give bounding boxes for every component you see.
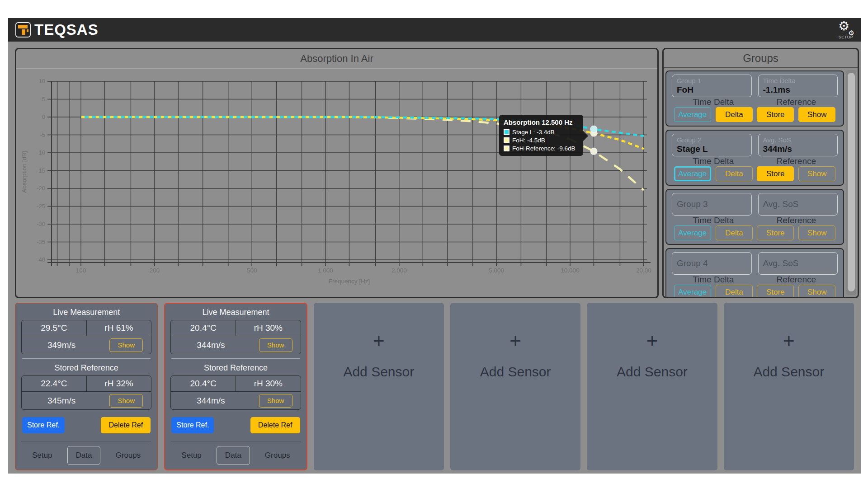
tooltip-text: FoH-Reference: -9.6dB xyxy=(512,145,576,152)
tab-groups[interactable]: Groups xyxy=(258,447,297,464)
chart-plot-area[interactable]: 1050-5-10-15-20-25-30-35-401002005001.00… xyxy=(16,69,657,297)
chart-header: Absorption In Air xyxy=(16,49,657,69)
group-metric-label: Time Delta xyxy=(763,77,833,84)
groups-panel: Groups Group 1 FoH Time Delta -1.1ms Tim… xyxy=(662,48,859,298)
speed-of-sound-value: 345m/s xyxy=(22,392,101,409)
store-ref-button[interactable]: Store Ref. xyxy=(171,417,214,433)
setup-button[interactable]: ⚙⚙ SETUP xyxy=(838,21,854,39)
brand-name: TEQSAS xyxy=(34,21,99,38)
delete-ref-button[interactable]: Delete Ref xyxy=(250,417,300,433)
average-button[interactable]: Average xyxy=(674,107,711,122)
tooltip-title: Absorption 12.500 Hz xyxy=(504,118,579,126)
delete-ref-button[interactable]: Delete Ref xyxy=(101,417,151,433)
group-metric-field[interactable]: Avg. SoS xyxy=(758,193,838,216)
svg-text:Absorption [dB]: Absorption [dB] xyxy=(21,151,28,192)
delta-button[interactable]: Delta xyxy=(716,225,753,240)
sensor-tab-bar: Setup Data Groups xyxy=(170,441,301,469)
reference-label: Reference xyxy=(755,275,838,285)
store-ref-button[interactable]: Store Ref. xyxy=(22,417,65,433)
average-button[interactable]: Average xyxy=(674,285,711,298)
svg-text:500: 500 xyxy=(247,267,257,274)
reference-label: Reference xyxy=(755,156,838,166)
group-name-label: Group 4 xyxy=(677,258,747,268)
groups-scrollbar-thumb[interactable] xyxy=(848,73,855,291)
store-button[interactable]: Store xyxy=(757,285,794,298)
svg-text:5: 5 xyxy=(42,96,45,103)
sensor-tab-bar: Setup Data Groups xyxy=(21,441,151,469)
svg-text:20.00: 20.00 xyxy=(636,267,651,274)
tooltip-row: FoH-Reference: -9.6dB xyxy=(504,145,579,152)
temperature-value: 29.5°C xyxy=(22,320,86,336)
show-reference-button[interactable]: Show xyxy=(109,394,143,408)
svg-text:-5: -5 xyxy=(40,131,45,138)
plus-icon: + xyxy=(373,331,385,351)
svg-text:-30: -30 xyxy=(37,221,45,227)
group-card-3: Group 3 Avg. SoS Time Delta Reference Av… xyxy=(665,189,844,245)
tab-setup[interactable]: Setup xyxy=(25,447,59,464)
show-button[interactable]: Show xyxy=(798,166,835,181)
top-bar: TEQSAS ⚙⚙ SETUP xyxy=(8,18,861,42)
average-button[interactable]: Average xyxy=(674,166,711,181)
groups-list: Group 1 FoH Time Delta -1.1ms Time Delta… xyxy=(665,70,844,295)
groups-title: Groups xyxy=(743,52,778,65)
delta-button[interactable]: Delta xyxy=(716,166,753,181)
show-reference-button[interactable]: Show xyxy=(259,394,292,408)
divider xyxy=(22,358,151,359)
gear-icon: ⚙⚙ xyxy=(838,21,854,34)
tab-setup[interactable]: Setup xyxy=(175,447,208,464)
sensor-panel-2: Live Measurement 20.4°C rH 30% 344m/s Sh… xyxy=(164,303,307,470)
group-name-label: Group 3 xyxy=(677,199,747,209)
svg-text:1.000: 1.000 xyxy=(318,267,333,274)
group-card-2: Group 2 Stage L Avg. SoS 344m/s Time Del… xyxy=(665,130,844,186)
sensor-panel-1: Live Measurement 29.5°C rH 61% 349m/s Sh… xyxy=(15,303,158,470)
tab-groups[interactable]: Groups xyxy=(109,447,148,464)
add-sensor-label: Add Sensor xyxy=(480,364,551,380)
reference-label: Reference xyxy=(755,216,838,225)
show-live-button[interactable]: Show xyxy=(109,338,143,352)
delta-button[interactable]: Delta xyxy=(716,285,753,298)
group-name-field[interactable]: Group 2 Stage L xyxy=(672,134,752,156)
stored-reference-box: 22.4°C rH 32% 345m/s Show xyxy=(21,375,151,410)
show-live-button[interactable]: Show xyxy=(259,338,292,352)
store-button[interactable]: Store xyxy=(757,166,794,181)
show-button[interactable]: Show xyxy=(798,225,835,240)
group-name-field[interactable]: Group 4 xyxy=(672,252,752,275)
svg-text:0: 0 xyxy=(42,113,45,120)
store-button[interactable]: Store xyxy=(757,107,794,122)
svg-text:-40: -40 xyxy=(37,256,45,263)
svg-text:10.000: 10.000 xyxy=(561,267,579,274)
svg-text:100: 100 xyxy=(76,267,86,274)
add-sensor-button-1[interactable]: + Add Sensor xyxy=(314,303,444,470)
add-sensor-button-2[interactable]: + Add Sensor xyxy=(450,303,580,470)
group-card-4: Group 4 Avg. SoS Time Delta Reference Av… xyxy=(665,248,844,298)
chart-tooltip: Absorption 12.500 Hz Stage L: -3.4dB FoH… xyxy=(499,115,583,156)
plus-icon: + xyxy=(783,331,795,351)
group-metric-field[interactable]: Time Delta -1.1ms xyxy=(758,75,838,97)
group-metric-label: Avg. SoS xyxy=(763,199,833,209)
series-swatch-foh xyxy=(504,137,509,143)
add-sensor-button-4[interactable]: + Add Sensor xyxy=(724,303,854,470)
tab-data[interactable]: Data xyxy=(67,446,101,465)
show-button[interactable]: Show xyxy=(798,107,835,122)
average-button[interactable]: Average xyxy=(674,225,711,240)
groups-scrollbar[interactable] xyxy=(846,70,856,295)
svg-text:Frequency [Hz]: Frequency [Hz] xyxy=(329,278,370,285)
delta-button[interactable]: Delta xyxy=(716,107,753,122)
svg-text:200: 200 xyxy=(150,267,160,274)
add-sensor-label: Add Sensor xyxy=(343,364,414,380)
svg-text:5.000: 5.000 xyxy=(489,267,504,274)
store-button[interactable]: Store xyxy=(757,225,794,240)
add-sensor-label: Add Sensor xyxy=(753,364,824,380)
group-name-field[interactable]: Group 3 xyxy=(672,193,752,216)
add-sensor-button-3[interactable]: + Add Sensor xyxy=(587,303,717,470)
group-metric-value: 344m/s xyxy=(763,144,833,154)
show-button[interactable]: Show xyxy=(798,285,835,298)
time-delta-label: Time Delta xyxy=(672,275,755,285)
brand: TEQSAS xyxy=(15,21,99,38)
divider xyxy=(171,358,300,359)
group-name-field[interactable]: Group 1 FoH xyxy=(672,75,752,97)
tab-data[interactable]: Data xyxy=(217,446,250,465)
chart-title: Absorption In Air xyxy=(300,53,373,65)
group-metric-field[interactable]: Avg. SoS xyxy=(758,252,838,275)
group-metric-field[interactable]: Avg. SoS 344m/s xyxy=(758,134,838,156)
